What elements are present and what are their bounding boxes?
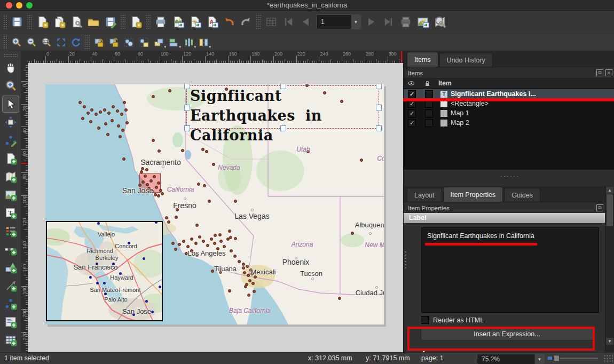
refresh-view-button[interactable] — [68, 35, 83, 50]
export-as-image-button[interactable] — [169, 13, 186, 30]
scroll-down-icon[interactable]: ▼ — [606, 338, 613, 345]
layout-canvas[interactable]: VallejoConcordRichmondBerkeleySan Franci… — [28, 63, 403, 352]
label-text-field[interactable]: Signfiicant Earthquakes in California — [421, 227, 599, 313]
export-atlas-button[interactable]: ✳ — [414, 13, 431, 30]
atlas-page-value: 1 — [317, 18, 351, 26]
close-panel-icon[interactable]: ✕ — [605, 69, 612, 76]
first-feature-button[interactable] — [280, 13, 297, 30]
move-item-content-button[interactable] — [2, 114, 19, 131]
zoom-in-button[interactable] — [9, 35, 23, 50]
resize-grip[interactable] — [603, 354, 613, 363]
select-move-item-button[interactable] — [2, 96, 19, 113]
atlas-settings-button[interactable] — [431, 13, 448, 30]
raise-selected-items-button[interactable]: ▾ — [151, 35, 166, 50]
visibility-checkbox[interactable]: ✓ — [408, 109, 416, 117]
lock-checkbox[interactable] — [425, 90, 433, 98]
zoom-full-button[interactable] — [53, 35, 68, 50]
zoom-slider-track[interactable] — [560, 358, 598, 359]
title-label-item[interactable]: Signfiicant Earthquakes in California — [186, 85, 379, 129]
toolbar-grip[interactable] — [3, 15, 7, 29]
zoom-tool-button[interactable] — [2, 77, 19, 94]
print-layout-icon — [154, 15, 167, 28]
atlas-preview-button[interactable] — [263, 13, 280, 30]
items-list-row[interactable]: ✓Map 1 — [404, 108, 614, 118]
toolbar-grip[interactable] — [4, 53, 18, 58]
open-template-button[interactable] — [85, 13, 102, 30]
add-picture-button[interactable] — [2, 186, 19, 203]
selection-handle[interactable] — [280, 84, 286, 89]
zoom-level-combo[interactable]: 75.2% ▼ — [477, 354, 545, 364]
layout-manager-button[interactable] — [68, 13, 85, 30]
zoom-actual-button[interactable]: 1:1 — [38, 35, 53, 50]
save-project-button[interactable] — [9, 13, 26, 30]
float-panel-icon[interactable]: ⧉ — [596, 69, 603, 76]
scrollbar-thumb[interactable] — [607, 194, 613, 226]
add-attribute-table-button[interactable] — [2, 331, 19, 349]
inset-map-item[interactable]: VallejoConcordRichmondBerkeleySan Franci… — [46, 221, 163, 321]
lock-checkbox[interactable] — [425, 109, 433, 117]
tab-items[interactable]: Items — [407, 52, 438, 67]
items-list-row[interactable]: ✓TSignfiicant Earthquakes i... — [404, 89, 614, 99]
undo-button[interactable] — [221, 13, 238, 30]
add-page-button[interactable] — [2, 150, 19, 167]
selection-handle[interactable] — [184, 125, 190, 131]
selection-handle[interactable] — [376, 84, 382, 89]
zoom-out-icon — [26, 37, 37, 48]
print-layout-button[interactable] — [152, 13, 169, 30]
new-layout-button[interactable]: ✳ — [34, 13, 51, 30]
add-scalebar-button[interactable] — [2, 241, 19, 258]
redo-button[interactable] — [238, 13, 255, 30]
atlas-page-combo[interactable]: 1▼ — [316, 14, 361, 29]
add-legend-button[interactable] — [2, 223, 19, 240]
lock-selected-items-button[interactable] — [91, 35, 106, 50]
zoom-slider-handle[interactable] — [553, 355, 560, 361]
selection-handle[interactable] — [280, 125, 286, 131]
lock-checkbox[interactable] — [425, 119, 433, 127]
group-items-button[interactable] — [121, 35, 136, 50]
distribute-items-button[interactable]: ▾ — [181, 35, 196, 50]
add-html-button[interactable]: </> — [2, 313, 19, 330]
export-as-pdf-button[interactable]: A — [203, 13, 221, 30]
resize-items-button[interactable]: ▾ — [196, 35, 211, 50]
tab-item-properties[interactable]: Item Properties — [443, 187, 503, 202]
scroll-up-icon[interactable]: ▲ — [606, 187, 613, 194]
layout-page-map[interactable]: VallejoConcordRichmondBerkeleySan Franci… — [45, 84, 384, 325]
visibility-checkbox[interactable]: ✓ — [408, 90, 416, 98]
selection-handle[interactable] — [376, 105, 382, 110]
add-label-button[interactable]: T — [2, 204, 19, 221]
panel-splitter[interactable] — [500, 175, 519, 178]
tab-undo-history[interactable]: Undo History — [439, 53, 493, 67]
export-as-svg-button[interactable]: ✳ — [186, 13, 203, 30]
duplicate-layout-button[interactable]: ✳ — [51, 13, 68, 30]
tab-layout[interactable]: Layout — [407, 188, 442, 202]
previous-feature-button[interactable] — [297, 13, 314, 30]
save-as-template-button[interactable] — [102, 13, 119, 30]
items-list-row[interactable]: ✓Map 2 — [404, 118, 614, 128]
selection-handle[interactable] — [376, 125, 382, 131]
last-feature-button[interactable] — [380, 13, 397, 30]
properties-scrollbar[interactable]: ▲ ▼ — [605, 186, 614, 352]
add-arrow-button[interactable] — [2, 277, 19, 294]
tab-guides[interactable]: Guides — [504, 188, 540, 202]
render-as-html-checkbox[interactable] — [421, 316, 429, 324]
selection-handle[interactable] — [184, 105, 190, 110]
align-selected-items-button[interactable]: ▾ — [166, 35, 181, 50]
zoom-out-button[interactable] — [23, 35, 38, 50]
unlock-all-items-button[interactable] — [106, 35, 121, 50]
dock-tabs-top: ItemsUndo History — [404, 51, 614, 67]
visibility-checkbox[interactable]: ✓ — [408, 119, 416, 127]
toolbar-grip[interactable] — [3, 35, 7, 49]
next-feature-button[interactable] — [363, 13, 380, 30]
add-map-button[interactable] — [2, 168, 19, 185]
add-node-item-button[interactable] — [2, 295, 19, 312]
earthquake-point — [99, 110, 102, 114]
pan-tool-button[interactable] — [2, 59, 19, 76]
print-atlas-button[interactable] — [397, 13, 414, 30]
ungroup-items-button[interactable] — [136, 35, 151, 50]
add-items-from-template-button[interactable]: ✳ — [127, 13, 144, 30]
float-panel-icon[interactable]: ⧉ — [596, 204, 603, 211]
add-shape-button[interactable] — [2, 259, 19, 276]
edit-nodes-item-button[interactable] — [2, 132, 19, 149]
dock-drag-handle[interactable] — [404, 250, 407, 268]
selection-handle[interactable] — [184, 84, 190, 89]
